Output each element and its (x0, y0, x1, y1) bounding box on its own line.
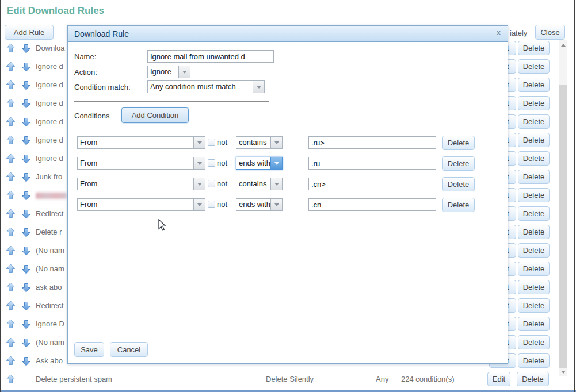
move-down-icon[interactable] (21, 80, 31, 90)
move-down-icon[interactable] (21, 44, 31, 53)
chevron-down-icon[interactable] (270, 178, 282, 190)
delete-button[interactable]: Delete (518, 280, 550, 294)
move-down-icon[interactable] (21, 191, 31, 201)
chevron-down-icon[interactable] (270, 157, 282, 169)
scrollbar[interactable] (559, 40, 567, 376)
delete-button[interactable]: Delete (518, 188, 550, 202)
delete-button[interactable]: Delete (518, 151, 550, 166)
delete-button[interactable]: Delete (518, 317, 550, 331)
move-up-icon[interactable] (6, 153, 16, 163)
move-up-icon[interactable] (6, 190, 16, 200)
condition-field-select[interactable]: From (77, 136, 205, 149)
move-up-icon[interactable] (6, 245, 16, 255)
delete-button[interactable]: Delete (518, 225, 550, 239)
condition-value-input[interactable] (308, 198, 436, 211)
move-down-icon[interactable] (21, 136, 31, 145)
condition-operator-select[interactable]: contains (236, 178, 283, 190)
cancel-button[interactable]: Cancel (110, 342, 148, 357)
move-up-icon[interactable] (6, 319, 16, 329)
delete-button[interactable]: Delete (517, 372, 549, 386)
condition-field-select[interactable]: From (77, 198, 205, 211)
add-condition-button[interactable]: Add Condition (121, 107, 189, 123)
action-select[interactable]: Ignore (147, 66, 190, 78)
chevron-down-icon[interactable] (270, 199, 282, 210)
close-icon[interactable]: x (497, 29, 501, 37)
move-up-icon[interactable] (6, 356, 16, 366)
delete-button[interactable]: Delete (518, 262, 550, 276)
delete-button[interactable]: Delete (518, 243, 550, 258)
move-up-icon[interactable] (6, 43, 16, 53)
move-down-icon[interactable] (21, 62, 31, 72)
delete-button[interactable]: Delete (518, 41, 550, 55)
not-checkbox[interactable] (208, 139, 215, 146)
condition-value-input[interactable] (308, 136, 436, 149)
move-down-icon[interactable] (21, 283, 31, 293)
condition-value-input[interactable] (308, 178, 436, 190)
condition-operator-select[interactable]: contains (236, 136, 283, 149)
move-up-icon[interactable] (6, 301, 16, 310)
move-down-icon[interactable] (21, 228, 31, 237)
delete-button[interactable]: Delete (518, 170, 550, 184)
condition-match-select[interactable]: Any condition must match (147, 80, 265, 93)
move-down-icon[interactable] (21, 264, 31, 274)
move-down-icon[interactable] (21, 99, 31, 109)
not-checkbox[interactable] (208, 201, 215, 208)
move-down-icon[interactable] (21, 356, 31, 366)
move-up-icon[interactable] (6, 282, 16, 292)
delete-button[interactable]: Delete (518, 59, 550, 74)
delete-condition-button[interactable]: Delete (442, 177, 475, 191)
chevron-down-icon[interactable] (193, 137, 205, 148)
chevron-down-icon[interactable] (178, 66, 190, 78)
delete-condition-button[interactable]: Delete (442, 136, 475, 150)
delete-condition-button[interactable]: Delete (442, 156, 475, 171)
chevron-down-icon[interactable] (193, 178, 205, 190)
chevron-down-icon[interactable] (270, 137, 282, 148)
delete-condition-button[interactable]: Delete (442, 198, 475, 212)
edit-button[interactable]: Edit (487, 372, 510, 386)
scroll-down-icon[interactable] (559, 367, 567, 376)
chevron-down-icon[interactable] (193, 157, 205, 169)
condition-operator-select[interactable]: ends with (236, 198, 283, 211)
move-down-icon[interactable] (21, 320, 31, 329)
add-rule-button[interactable]: Add Rule (5, 25, 54, 40)
condition-value-input[interactable] (308, 157, 436, 170)
scrollbar-thumb[interactable] (559, 85, 567, 368)
condition-field-select[interactable]: From (77, 157, 205, 170)
close-button[interactable]: Close (535, 25, 565, 40)
move-up-icon[interactable] (6, 227, 16, 237)
scroll-up-icon[interactable] (559, 40, 567, 49)
chevron-down-icon[interactable] (193, 199, 205, 210)
condition-operator-select[interactable]: ends with (236, 157, 283, 170)
delete-button[interactable]: Delete (518, 78, 550, 92)
not-checkbox[interactable] (208, 180, 215, 187)
move-up-icon[interactable] (6, 117, 16, 126)
move-up-icon[interactable] (6, 374, 16, 384)
move-down-icon[interactable] (21, 172, 31, 182)
not-checkbox[interactable] (208, 159, 215, 167)
save-button[interactable]: Save (74, 342, 104, 357)
delete-button[interactable]: Delete (518, 353, 550, 368)
move-down-icon[interactable] (21, 301, 31, 311)
chevron-down-icon[interactable] (253, 81, 264, 93)
move-down-icon[interactable] (21, 154, 31, 164)
delete-button[interactable]: Delete (518, 114, 550, 129)
move-up-icon[interactable] (6, 135, 16, 145)
rule-name-input[interactable] (147, 50, 274, 63)
condition-field-select[interactable]: From (77, 178, 205, 190)
move-up-icon[interactable] (6, 337, 16, 347)
move-up-icon[interactable] (6, 209, 16, 218)
move-down-icon[interactable] (21, 117, 31, 127)
move-up-icon[interactable] (6, 80, 16, 90)
move-down-icon[interactable] (21, 246, 31, 256)
move-down-icon[interactable] (21, 209, 31, 219)
delete-button[interactable]: Delete (518, 206, 550, 221)
move-up-icon[interactable] (6, 264, 16, 274)
delete-button[interactable]: Delete (518, 298, 550, 313)
dialog-header[interactable]: Download Rule x (68, 26, 508, 42)
delete-button[interactable]: Delete (518, 335, 550, 349)
move-up-icon[interactable] (6, 98, 16, 108)
delete-button[interactable]: Delete (518, 96, 550, 110)
move-down-icon[interactable] (21, 338, 31, 348)
delete-button[interactable]: Delete (518, 133, 550, 147)
move-up-icon[interactable] (6, 172, 16, 182)
